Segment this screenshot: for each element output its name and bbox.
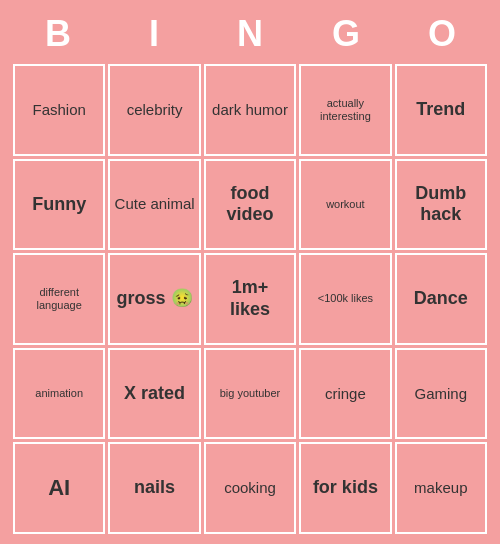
cell-15: animation bbox=[13, 348, 105, 440]
cell-3: actually interesting bbox=[299, 64, 391, 156]
cell-23: for kids bbox=[299, 442, 391, 534]
bingo-letter-G: G bbox=[306, 13, 386, 55]
cell-0: Fashion bbox=[13, 64, 105, 156]
bingo-letter-B: B bbox=[18, 13, 98, 55]
cell-22: cooking bbox=[204, 442, 296, 534]
cell-12: 1m+ likes bbox=[204, 253, 296, 345]
bingo-letter-I: I bbox=[114, 13, 194, 55]
cell-18: cringe bbox=[299, 348, 391, 440]
cell-6: Cute animal bbox=[108, 159, 200, 251]
cell-16: X rated bbox=[108, 348, 200, 440]
bingo-letter-N: N bbox=[210, 13, 290, 55]
cell-17: big youtuber bbox=[204, 348, 296, 440]
cell-21: nails bbox=[108, 442, 200, 534]
bingo-letter-O: O bbox=[402, 13, 482, 55]
bingo-card: BINGO Fashioncelebritydark humoractually… bbox=[10, 7, 490, 537]
cell-9: Dumb hack bbox=[395, 159, 487, 251]
cell-4: Trend bbox=[395, 64, 487, 156]
cell-13: <100k likes bbox=[299, 253, 391, 345]
cell-14: Dance bbox=[395, 253, 487, 345]
bingo-grid: Fashioncelebritydark humoractually inter… bbox=[10, 61, 490, 537]
cell-1: celebrity bbox=[108, 64, 200, 156]
cell-10: different language bbox=[13, 253, 105, 345]
bingo-header: BINGO bbox=[10, 7, 490, 61]
cell-7: food video bbox=[204, 159, 296, 251]
cell-19: Gaming bbox=[395, 348, 487, 440]
cell-5: Funny bbox=[13, 159, 105, 251]
cell-11: gross 🤢 bbox=[108, 253, 200, 345]
cell-8: workout bbox=[299, 159, 391, 251]
cell-24: makeup bbox=[395, 442, 487, 534]
cell-2: dark humor bbox=[204, 64, 296, 156]
cell-20: AI bbox=[13, 442, 105, 534]
